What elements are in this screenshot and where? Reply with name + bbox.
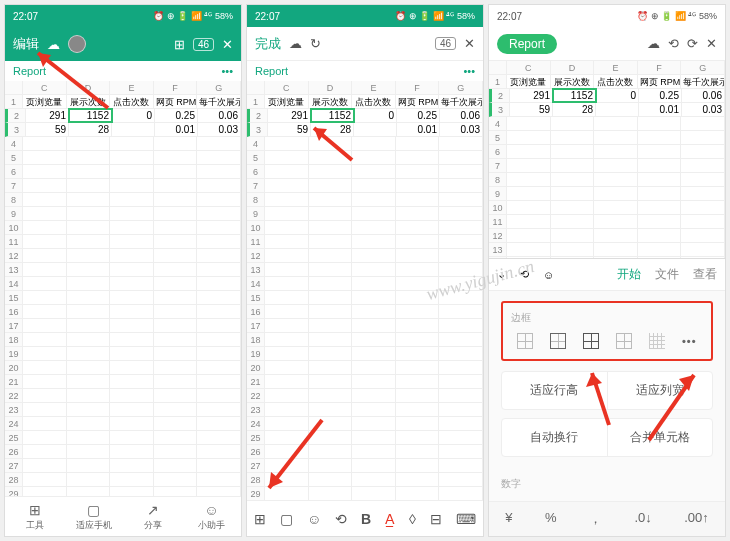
table-row[interactable]: 14 xyxy=(5,277,241,291)
close-icon[interactable]: ✕ xyxy=(222,37,233,52)
table-row[interactable]: 16 xyxy=(5,305,241,319)
badge[interactable]: 46 xyxy=(435,37,456,50)
table-row[interactable]: 10 xyxy=(247,221,483,235)
table-row[interactable]: 22 xyxy=(247,389,483,403)
merge-icon[interactable]: ⊟ xyxy=(430,511,442,527)
table-row[interactable]: 8 xyxy=(5,193,241,207)
spreadsheet[interactable]: CDEFG 1 页浏览量展示次数点击次数网页 RPM每千次展示 2 291115… xyxy=(5,81,241,496)
table-row[interactable]: 26 xyxy=(5,445,241,459)
wrap-button[interactable]: 自动换行 xyxy=(502,419,608,456)
emoji-icon[interactable]: ☺ xyxy=(543,269,554,281)
table-row[interactable]: 7 xyxy=(489,159,725,173)
table-row[interactable]: 27 xyxy=(247,459,483,473)
table-row[interactable]: 15 xyxy=(247,291,483,305)
table-row[interactable]: 8 xyxy=(247,193,483,207)
table-row[interactable]: 28 xyxy=(247,473,483,487)
table-row[interactable]: 10 xyxy=(489,201,725,215)
keyboard-toggle-icon[interactable]: ⌨ xyxy=(456,511,476,527)
table-row[interactable]: 24 xyxy=(247,417,483,431)
merge-button[interactable]: 合并单元格 xyxy=(608,419,713,456)
table-row[interactable]: 4 xyxy=(247,137,483,151)
table-row[interactable]: 10 xyxy=(5,221,241,235)
table-row[interactable]: 12 xyxy=(247,249,483,263)
undo-icon[interactable]: ⟲ xyxy=(668,36,679,51)
spreadsheet[interactable]: CDEFG 1 页浏览量展示次数点击次数网页 RPM每千次展示 2 291115… xyxy=(247,81,483,500)
sheet-tab[interactable]: Report xyxy=(13,65,46,77)
table-row[interactable]: 21 xyxy=(247,375,483,389)
table-row[interactable]: 15 xyxy=(5,291,241,305)
table-row[interactable]: 23 xyxy=(5,403,241,417)
table-row[interactable]: 7 xyxy=(5,179,241,193)
more-icon[interactable]: ••• xyxy=(221,65,233,77)
grid-icon[interactable]: ⊞ xyxy=(254,511,266,527)
more-icon[interactable]: ••• xyxy=(463,65,475,77)
table-row[interactable]: 4 xyxy=(489,117,725,131)
tools-button[interactable]: ⊞工具 xyxy=(5,497,64,536)
table-row[interactable]: 12 xyxy=(5,249,241,263)
spreadsheet[interactable]: CDEFG 1 页浏览量展示次数点击次数网页 RPM每千次展示 2 291115… xyxy=(489,61,725,258)
table-row[interactable]: 22 xyxy=(5,389,241,403)
tab-start[interactable]: 开始 xyxy=(617,266,641,283)
badge[interactable]: 46 xyxy=(193,38,214,51)
table-row[interactable]: 27 xyxy=(5,459,241,473)
table-row[interactable]: 16 xyxy=(247,305,483,319)
sheet-tab[interactable]: Report xyxy=(255,65,288,77)
collapse-icon[interactable]: ⌄ xyxy=(497,268,506,281)
table-row[interactable]: 23 xyxy=(247,403,483,417)
dec-increase-button[interactable]: .00↑ xyxy=(684,510,709,528)
fit-button[interactable]: ▢适应手机 xyxy=(64,497,123,536)
more-borders[interactable]: ••• xyxy=(682,335,697,347)
table-row[interactable]: 13 xyxy=(247,263,483,277)
tab-view[interactable]: 查看 xyxy=(693,266,717,283)
table-row[interactable]: 5 xyxy=(5,151,241,165)
table-row[interactable]: 29 xyxy=(5,487,241,496)
table-row[interactable]: 9 xyxy=(489,187,725,201)
share-button[interactable]: ↗分享 xyxy=(123,497,182,536)
cloud-icon[interactable]: ☁ xyxy=(289,36,302,51)
currency-button[interactable]: ¥ xyxy=(505,510,512,528)
table-row[interactable]: 24 xyxy=(5,417,241,431)
table-row[interactable]: 11 xyxy=(247,235,483,249)
table-row[interactable]: 5 xyxy=(247,151,483,165)
close-icon[interactable]: ✕ xyxy=(464,36,475,51)
assistant-button[interactable]: ☺小助手 xyxy=(182,497,241,536)
table-row[interactable]: 6 xyxy=(489,145,725,159)
dec-decrease-button[interactable]: .0↓ xyxy=(634,510,651,528)
table-row[interactable]: 21 xyxy=(5,375,241,389)
border-option[interactable] xyxy=(649,333,665,349)
table-row[interactable]: 20 xyxy=(5,361,241,375)
table-row[interactable]: 29 xyxy=(247,487,483,500)
table-row[interactable]: 14 xyxy=(489,257,725,258)
border-option[interactable] xyxy=(583,333,599,349)
table-row[interactable]: 17 xyxy=(5,319,241,333)
grid-icon[interactable]: ⊞ xyxy=(174,37,185,52)
table-row[interactable]: 8 xyxy=(489,173,725,187)
table-row[interactable]: 6 xyxy=(5,165,241,179)
font-color-icon[interactable]: A̲ xyxy=(385,511,395,527)
border-option[interactable] xyxy=(616,333,632,349)
cloud-icon[interactable]: ☁ xyxy=(47,37,60,52)
table-row[interactable]: 20 xyxy=(247,361,483,375)
table-row[interactable]: 6 xyxy=(247,165,483,179)
done-button[interactable]: 完成 xyxy=(255,35,281,53)
thousand-button[interactable]: ， xyxy=(589,510,602,528)
table-row[interactable]: 19 xyxy=(247,347,483,361)
undo-icon[interactable]: ⟲ xyxy=(520,268,529,281)
bold-icon[interactable]: B xyxy=(361,511,371,527)
table-row[interactable]: 18 xyxy=(247,333,483,347)
table-row[interactable]: 14 xyxy=(247,277,483,291)
table-row[interactable]: 11 xyxy=(5,235,241,249)
border-option[interactable] xyxy=(517,333,533,349)
fill-icon[interactable]: ◊ xyxy=(409,511,416,527)
table-row[interactable]: 13 xyxy=(5,263,241,277)
table-row[interactable]: 9 xyxy=(247,207,483,221)
percent-button[interactable]: % xyxy=(545,510,557,528)
table-row[interactable]: 13 xyxy=(489,243,725,257)
table-row[interactable]: 25 xyxy=(5,431,241,445)
table-row[interactable]: 11 xyxy=(489,215,725,229)
close-icon[interactable]: ✕ xyxy=(706,36,717,51)
tab-file[interactable]: 文件 xyxy=(655,266,679,283)
report-pill[interactable]: Report xyxy=(497,34,557,54)
border-option[interactable] xyxy=(550,333,566,349)
cloud-icon[interactable]: ☁ xyxy=(647,36,660,51)
